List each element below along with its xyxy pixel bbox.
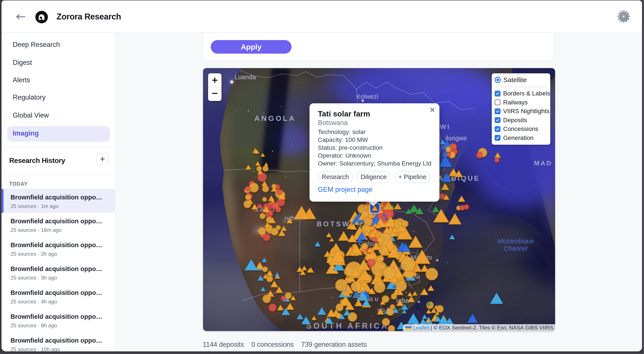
svg-text:SOUTH AFRICA: SOUTH AFRICA <box>306 321 389 330</box>
svg-text:Kolwezi: Kolwezi <box>356 93 378 100</box>
svg-text:Mozambique: Mozambique <box>498 238 534 245</box>
svg-text:WI: WI <box>440 123 450 130</box>
svg-text:ilongwe: ilongwe <box>445 135 467 142</box>
svg-text:MAD: MAD <box>534 159 552 167</box>
svg-text:Luanda: Luanda <box>234 73 256 80</box>
svg-text:ANGOLA: ANGOLA <box>254 114 296 122</box>
svg-text:Channel: Channel <box>504 245 528 252</box>
